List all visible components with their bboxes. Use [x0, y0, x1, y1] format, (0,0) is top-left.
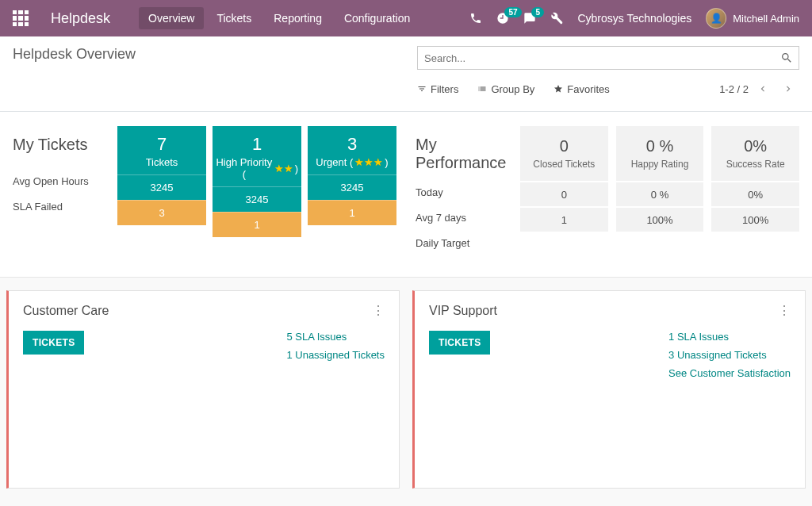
- team-link[interactable]: 3 Unassigned Tickets: [668, 349, 791, 361]
- nav-overview[interactable]: Overview: [139, 7, 204, 29]
- timer-icon[interactable]: 57: [496, 12, 509, 25]
- search-input[interactable]: [418, 52, 775, 64]
- favorites-button[interactable]: Favorites: [553, 83, 609, 95]
- perf-label: Closed Tickets: [523, 159, 605, 170]
- ticket-sla: 1: [308, 200, 396, 225]
- brand[interactable]: Helpdesk: [51, 10, 110, 27]
- ticket-avg: 3245: [117, 174, 206, 200]
- ticket-sub: High Priority (★★): [216, 156, 298, 180]
- top-navbar: Helpdesk Overview Tickets Reporting Conf…: [0, 0, 812, 36]
- page-title: Helpdesk Overview: [13, 46, 401, 63]
- company-selector[interactable]: Cybrosys Technologies: [577, 12, 691, 25]
- perf-card-1: 0 % Happy Rating 0 % 100%: [616, 126, 704, 255]
- kebab-icon[interactable]: ⋮: [372, 309, 385, 312]
- team-link[interactable]: See Customer Satisfaction: [668, 367, 791, 379]
- perf-label: Happy Rating: [619, 159, 701, 170]
- search-bar: [417, 46, 799, 70]
- ticket-sla: 1: [213, 212, 301, 237]
- kebab-icon[interactable]: ⋮: [778, 309, 791, 312]
- team-links: 5 SLA Issues1 Unassigned Tickets: [286, 331, 385, 361]
- nav-right: 57 5 Cybrosys Technologies 👤 Mitchell Ad…: [469, 8, 799, 29]
- team-card-1: VIP Support ⋮ TICKETS 1 SLA Issues3 Unas…: [412, 290, 806, 489]
- my-tickets-title: My Tickets: [13, 136, 108, 154]
- user-name: Mitchell Admin: [733, 13, 799, 25]
- team-card-0: Customer Care ⋮ TICKETS 5 SLA Issues1 Un…: [6, 290, 400, 489]
- ticket-card-1[interactable]: 1 High Priority (★★) 3245 1: [213, 126, 301, 255]
- perf-row-target: 100%: [711, 208, 799, 232]
- tools-icon[interactable]: [550, 12, 563, 25]
- ticket-sla: 3: [117, 200, 206, 225]
- tickets-button[interactable]: TICKETS: [429, 331, 490, 355]
- nav-reporting[interactable]: Reporting: [264, 7, 331, 29]
- perf-value: 0%: [714, 137, 796, 155]
- avg-open-label: Avg Open Hours: [13, 168, 108, 194]
- control-panel: Helpdesk Overview Filters Group By Favor…: [0, 36, 812, 106]
- perf-row-target: 100%: [616, 208, 704, 232]
- filters-button[interactable]: Filters: [417, 83, 458, 95]
- pager: 1-2 / 2: [719, 78, 799, 100]
- stats-area: My Tickets Avg Open Hours SLA Failed 7 T…: [0, 112, 812, 277]
- perf-row-avg7: 0%: [711, 182, 799, 206]
- team-link[interactable]: 5 SLA Issues: [286, 331, 385, 343]
- team-title[interactable]: VIP Support: [429, 304, 497, 318]
- timer-badge: 57: [504, 7, 521, 17]
- perf-target-label: Daily Target: [416, 231, 511, 255]
- groupby-button[interactable]: Group By: [477, 83, 534, 95]
- ticket-count: 1: [216, 134, 298, 155]
- perf-label: Success Rate: [714, 159, 796, 170]
- perf-today-label: Today: [416, 180, 511, 204]
- ticket-card-0[interactable]: 7 Tickets 3245 3: [117, 126, 206, 255]
- ticket-avg: 3245: [308, 174, 396, 200]
- perf-card-2: 0% Success Rate 0% 100%: [711, 126, 799, 255]
- ticket-sub: Tickets: [121, 156, 203, 168]
- team-links: 1 SLA Issues3 Unassigned TicketsSee Cust…: [668, 331, 791, 379]
- tickets-button[interactable]: TICKETS: [23, 331, 84, 355]
- pager-text: 1-2 / 2: [719, 83, 749, 95]
- perf-value: 0: [523, 137, 605, 155]
- user-menu[interactable]: 👤 Mitchell Admin: [706, 8, 799, 29]
- my-performance-box: My Performance Today Avg 7 days Daily Ta…: [416, 126, 799, 255]
- nav-configuration[interactable]: Configuration: [335, 7, 419, 29]
- my-tickets-box: My Tickets Avg Open Hours SLA Failed 7 T…: [13, 126, 396, 255]
- team-link[interactable]: 1 SLA Issues: [668, 331, 791, 343]
- messages-icon[interactable]: 5: [523, 12, 536, 25]
- ticket-count: 7: [121, 134, 203, 155]
- teams-area: Customer Care ⋮ TICKETS 5 SLA Issues1 Un…: [0, 277, 812, 506]
- perf-avg7-label: Avg 7 days: [416, 205, 511, 229]
- nav-tickets[interactable]: Tickets: [207, 7, 261, 29]
- team-title[interactable]: Customer Care: [23, 304, 109, 318]
- perf-value: 0 %: [619, 137, 701, 155]
- ticket-count: 3: [311, 134, 393, 155]
- ticket-sub: Urgent (★★★): [311, 156, 393, 168]
- search-icon[interactable]: [775, 52, 799, 64]
- perf-card-0: 0 Closed Tickets 0 1: [520, 126, 608, 255]
- my-performance-title: My Performance: [416, 136, 511, 172]
- messages-badge: 5: [531, 7, 544, 17]
- perf-row-avg7: 0 %: [616, 182, 704, 206]
- ticket-card-2[interactable]: 3 Urgent (★★★) 3245 1: [308, 126, 396, 255]
- pager-prev[interactable]: [752, 78, 774, 100]
- perf-row-avg7: 0: [520, 182, 608, 206]
- nav-menu: Overview Tickets Reporting Configuration: [139, 7, 419, 29]
- team-link[interactable]: 1 Unassigned Tickets: [286, 349, 385, 361]
- filter-row: Filters Group By Favorites 1-2 / 2: [417, 78, 799, 106]
- pager-next[interactable]: [777, 78, 799, 100]
- avatar: 👤: [706, 8, 726, 29]
- ticket-avg: 3245: [213, 186, 301, 212]
- perf-row-target: 1: [520, 208, 608, 232]
- phone-icon[interactable]: [469, 12, 482, 25]
- apps-icon[interactable]: [13, 10, 29, 26]
- sla-failed-label: SLA Failed: [13, 194, 108, 219]
